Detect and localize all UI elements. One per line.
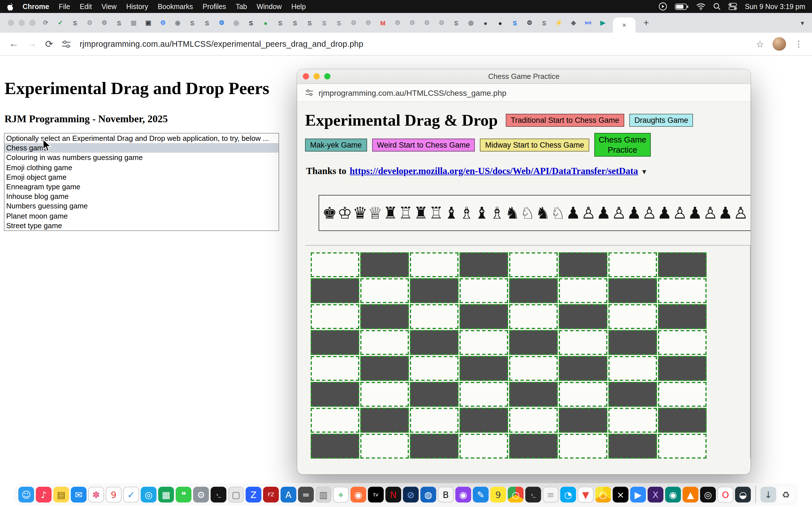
menu-tab[interactable]: Tab [236,3,247,10]
pinned-tab-favicon[interactable]: ⚙ [349,18,358,27]
listbox-option[interactable]: Colouring in was numbers guessing game [4,153,278,163]
board-cell[interactable] [360,356,409,381]
pinned-tab-favicon[interactable]: ▩ [129,18,138,27]
listbox-option[interactable]: Enneagram type game [4,182,278,191]
menu-view[interactable]: View [101,3,117,10]
board-cell[interactable] [559,252,607,277]
pinned-tab-favicon[interactable]: ⚙ [85,18,94,27]
board-cell[interactable] [360,304,409,329]
board-cell[interactable] [460,252,508,277]
dock-icon-chrome[interactable]: ○ [508,487,523,503]
mdn-link[interactable]: https://developer.mozilla.org/en-US/docs… [350,166,638,177]
chess-piece[interactable]: ♙ [733,204,748,223]
pinned-tab-favicon[interactable]: ● [481,18,490,27]
game-button[interactable]: Traditional Start to Chess Game [506,114,624,127]
pinned-tab-favicon[interactable]: ◆ [569,18,578,27]
forward-icon[interactable]: → [27,38,37,50]
dock-icon-bbedit[interactable]: B [438,487,454,503]
listbox-option[interactable]: Numbers guessing game [4,202,278,211]
chess-piece[interactable]: ♔ [337,204,352,223]
chess-piece[interactable]: ♙ [642,204,657,223]
popup-minimize-button[interactable] [313,73,320,79]
popup-url[interactable]: rjmprogramming.com.au/HTMLCSS/chess_game… [319,88,506,97]
pinned-tab-favicon[interactable]: ⚙ [100,18,109,27]
chess-piece[interactable]: ♙ [611,204,626,223]
board-cell[interactable] [608,382,657,407]
pinned-tab-favicon[interactable]: ▶ [598,18,607,27]
pinned-tab-favicon[interactable]: ◉ [173,18,182,27]
game-button[interactable]: Mak-yek Game [305,138,367,151]
app-select-listbox[interactable]: Optionally select an Experimental Drag a… [4,133,279,231]
menu-help[interactable]: Help [291,3,306,10]
board-cell[interactable] [559,382,607,407]
popup-title-bar[interactable]: Chess Game Practice [297,69,751,84]
chess-piece[interactable]: ♜ [413,204,428,223]
menu-clock[interactable]: Sun 9 Nov 3:19 pm [745,3,805,10]
dock-icon-music[interactable]: ♪ [36,487,52,503]
profile-avatar[interactable] [772,37,786,51]
pinned-tab-favicon[interactable]: ⚙ [408,18,417,27]
popup-zoom-button[interactable] [324,73,331,79]
board-cell[interactable] [608,434,657,459]
chess-piece[interactable]: ♙ [581,204,596,223]
pinned-tab-favicon[interactable]: ⚙ [158,18,167,27]
pinned-tab-favicon[interactable]: brit [583,18,593,27]
dock-icon-car[interactable]: ◒ [735,487,751,503]
chess-piece[interactable]: ♖ [428,204,444,223]
board-cell[interactable] [608,330,657,355]
dock-icon-pencil[interactable]: ✎ [473,487,489,503]
zoom-window-button[interactable] [29,20,36,26]
game-button[interactable]: Midway Start to Chess Game [480,138,589,151]
close-window-button[interactable] [8,20,14,26]
dock-icon-alfred[interactable]: Z [246,487,261,503]
pinned-tab-favicon[interactable]: ⚡ [554,18,563,27]
board-cell[interactable] [509,408,558,433]
pinned-tab-favicon[interactable]: ⚙ [437,18,446,27]
menu-history[interactable]: History [126,3,148,10]
menu-chrome[interactable]: Chrome [22,3,49,10]
chess-piece[interactable]: ♖ [398,204,413,223]
pinned-tab-favicon[interactable]: S [202,18,211,27]
board-cell[interactable] [460,304,508,329]
dock-icon-numbers[interactable]: ▦ [158,487,174,503]
board-cell[interactable] [559,304,607,329]
board-cell[interactable] [311,304,359,329]
chess-piece[interactable]: ♚ [322,204,337,223]
pinned-tab-favicon[interactable]: S [70,18,80,27]
board-cell[interactable] [509,330,558,355]
board-cell[interactable] [460,408,508,433]
dock-icon-archive[interactable]: ▥ [315,487,331,503]
menu-profiles[interactable]: Profiles [203,3,226,10]
screen-mirroring-icon[interactable] [659,2,667,11]
board-cell[interactable] [509,434,558,459]
pinned-tab-favicon[interactable]: S [114,18,123,27]
game-button[interactable]: Weird Start to Chess Game [372,138,475,151]
board-cell[interactable] [658,434,707,459]
dock-icon-reminders[interactable]: ✓ [123,487,139,503]
chess-piece[interactable]: ♗ [490,204,505,223]
dock-icon-calculator[interactable]: = [298,487,314,503]
close-tab-icon[interactable]: × [622,21,626,29]
dock-icon-filezilla[interactable]: FZ [263,487,279,503]
listbox-option[interactable]: Planet moon game [4,211,278,221]
chess-piece[interactable]: ♟ [596,204,611,223]
board-cell[interactable] [460,382,508,407]
pinned-tab-favicon[interactable]: S [188,18,197,27]
pinned-tab-favicon[interactable]: M [378,18,388,27]
game-button[interactable]: Draughts Game [629,114,693,127]
dock-icon-obs[interactable]: ◎ [700,487,716,503]
board-cell[interactable] [311,382,359,407]
dock-icon-map-pin[interactable]: ▼ [578,487,594,503]
chess-piece[interactable]: ♘ [520,204,535,223]
board-cell[interactable] [658,330,707,355]
board-cell[interactable] [559,330,607,355]
dock-icon-quicktime[interactable]: ◔ [560,487,576,503]
board-cell[interactable] [311,279,359,303]
pinned-tab-favicon[interactable]: S [335,18,343,27]
dock-icon-calendar[interactable]: 9 [106,487,121,503]
board-cell[interactable] [509,252,558,277]
board-cell[interactable] [360,408,409,433]
board-cell[interactable] [658,304,707,329]
board-cell[interactable] [460,330,508,355]
pinned-tab-favicon[interactable]: ⚙ [422,18,432,27]
